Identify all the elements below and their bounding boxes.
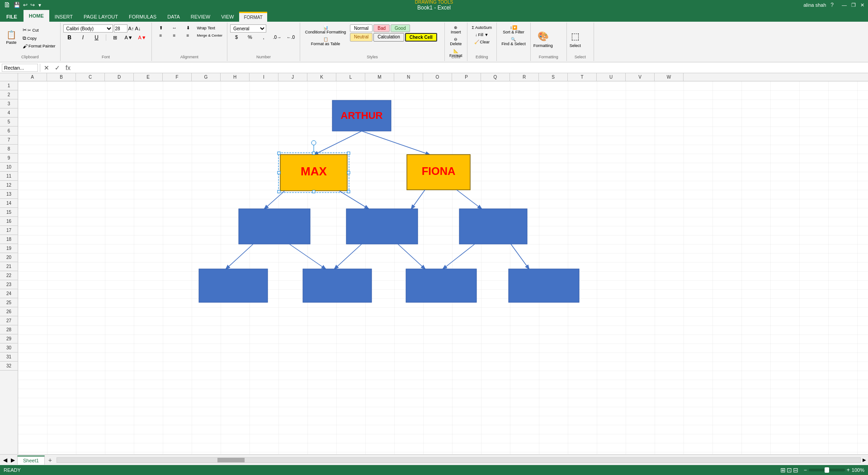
tab-file[interactable]: FILE: [0, 12, 24, 22]
row-7[interactable]: 7: [0, 136, 18, 145]
row-4[interactable]: 4: [0, 108, 18, 118]
blue-box-7[interactable]: [509, 269, 579, 302]
col-F[interactable]: F: [163, 73, 192, 81]
col-K[interactable]: K: [307, 73, 336, 81]
cancel-formula-button[interactable]: ✕: [42, 64, 51, 71]
tab-data[interactable]: DATA: [162, 12, 185, 22]
horizontal-scroll-thumb[interactable]: [217, 458, 245, 462]
delete-button[interactable]: ⊖ Delete: [448, 36, 464, 47]
col-U[interactable]: U: [597, 73, 626, 81]
col-B[interactable]: B: [47, 73, 76, 81]
blue-box-5[interactable]: [303, 269, 372, 302]
handle-tm[interactable]: [312, 152, 315, 155]
row-3[interactable]: 3: [0, 99, 18, 108]
row-29[interactable]: 29: [0, 334, 18, 343]
row-32[interactable]: 32: [0, 362, 18, 371]
zoom-out-button[interactable]: −: [804, 467, 807, 473]
col-R[interactable]: R: [510, 73, 539, 81]
row-20[interactable]: 20: [0, 253, 18, 262]
style-bad[interactable]: Bad: [373, 24, 390, 32]
zoom-thumb[interactable]: [825, 467, 829, 473]
insert-button[interactable]: ⊕ Insert: [448, 24, 464, 35]
row-14[interactable]: 14: [0, 199, 18, 208]
handle-br[interactable]: [347, 190, 350, 193]
row-23[interactable]: 23: [0, 280, 18, 289]
quick-access-dropdown[interactable]: ▼: [38, 3, 42, 8]
row-6[interactable]: 6: [0, 127, 18, 136]
scroll-tab-left[interactable]: ◀: [2, 457, 9, 463]
confirm-formula-button[interactable]: ✓: [53, 64, 62, 71]
comma-button[interactable]: ,: [257, 33, 270, 41]
row-27[interactable]: 27: [0, 316, 18, 325]
row-13[interactable]: 13: [0, 190, 18, 199]
tab-home[interactable]: HOME: [24, 10, 49, 22]
format-painter-button[interactable]: 🖌 Format Painter: [21, 42, 57, 50]
name-box[interactable]: [2, 64, 38, 72]
zoom-slider[interactable]: [809, 469, 845, 471]
italic-button[interactable]: I: [77, 33, 90, 42]
decimal-decrease-button[interactable]: ←.0: [284, 33, 297, 41]
fiona-box[interactable]: [407, 155, 470, 190]
row-1[interactable]: 1: [0, 81, 18, 90]
underline-button[interactable]: U: [90, 33, 103, 42]
formula-input[interactable]: [74, 65, 866, 71]
col-I[interactable]: I: [250, 73, 278, 81]
tab-insert[interactable]: INSERT: [49, 12, 78, 22]
row-28[interactable]: 28: [0, 325, 18, 334]
col-M[interactable]: M: [365, 73, 394, 81]
col-A[interactable]: A: [18, 73, 47, 81]
row-25[interactable]: 25: [0, 298, 18, 307]
tab-page-layout[interactable]: PAGE LAYOUT: [78, 12, 123, 22]
row-2[interactable]: 2: [0, 90, 18, 99]
quick-access-redo[interactable]: ↪: [30, 2, 35, 8]
page-break-button[interactable]: ⊟: [793, 466, 798, 474]
row-9[interactable]: 9: [0, 154, 18, 163]
align-top-button[interactable]: ⬆: [155, 24, 167, 31]
row-17[interactable]: 17: [0, 226, 18, 235]
align-bottom-button[interactable]: ⬇: [182, 24, 194, 31]
close-button[interactable]: ✕: [860, 2, 864, 8]
zoom-in-button[interactable]: +: [847, 467, 850, 473]
help-button[interactable]: ?: [830, 2, 834, 8]
handle-mr[interactable]: [347, 171, 350, 174]
percent-button[interactable]: %: [244, 33, 256, 41]
col-E[interactable]: E: [134, 73, 163, 81]
quick-access-undo[interactable]: ↩: [23, 2, 28, 8]
col-O[interactable]: O: [423, 73, 452, 81]
tab-format[interactable]: FORMAT: [239, 12, 267, 22]
style-neutral[interactable]: Neutral: [350, 33, 373, 42]
blue-box-3[interactable]: [459, 209, 527, 244]
col-G[interactable]: G: [192, 73, 221, 81]
row-26[interactable]: 26: [0, 307, 18, 316]
cut-button[interactable]: ✂ ✂ Cut: [21, 26, 57, 34]
row-21[interactable]: 21: [0, 262, 18, 271]
font-size-input[interactable]: [114, 24, 127, 33]
align-center-button[interactable]: ≡: [168, 32, 181, 39]
style-check-cell[interactable]: Check Cell: [405, 33, 437, 42]
decimal-increase-button[interactable]: .0→: [271, 33, 283, 41]
row-31[interactable]: 31: [0, 353, 18, 362]
scroll-tab-right[interactable]: ▶: [9, 457, 16, 463]
row-8[interactable]: 8: [0, 145, 18, 154]
row-15[interactable]: 15: [0, 208, 18, 217]
blue-box-4[interactable]: [199, 269, 268, 302]
col-V[interactable]: V: [626, 73, 655, 81]
handle-bm[interactable]: [312, 190, 315, 193]
max-box[interactable]: [280, 155, 347, 191]
blue-box-2[interactable]: [346, 209, 418, 244]
increase-font-button[interactable]: A↑: [128, 26, 134, 31]
row-22[interactable]: 22: [0, 271, 18, 280]
quick-access-save[interactable]: 💾: [14, 2, 20, 8]
handle-bl[interactable]: [278, 190, 280, 193]
blue-box-1[interactable]: [239, 209, 310, 244]
row-12[interactable]: 12: [0, 181, 18, 190]
col-W[interactable]: W: [655, 73, 684, 81]
style-normal[interactable]: Normal: [350, 24, 373, 32]
insert-function-button[interactable]: fx: [64, 64, 72, 71]
sheet-tab-sheet1[interactable]: Sheet1: [17, 456, 45, 465]
borders-button[interactable]: ⊞: [109, 33, 122, 42]
col-N[interactable]: N: [394, 73, 423, 81]
col-T[interactable]: T: [568, 73, 597, 81]
autosum-button[interactable]: Σ AutoSum: [470, 24, 494, 31]
fill-button[interactable]: ↓ Fill ▼: [470, 32, 494, 38]
